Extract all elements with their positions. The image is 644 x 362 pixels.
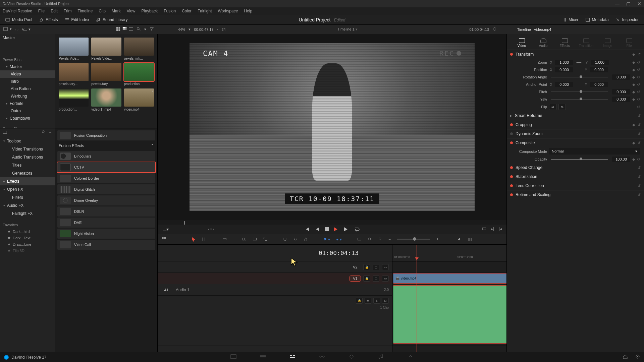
section-smart-reframe[interactable]: ▸Smart Reframe↺ [507,111,644,120]
reset-icon[interactable]: ↺ [637,82,640,87]
section-lens-correction[interactable]: Lens Correction↺ [507,181,644,190]
zoom-in-button[interactable]: + [436,237,439,242]
bin-view-icon[interactable] [3,27,8,32]
enable-dot-icon[interactable] [510,193,513,196]
enable-dot-icon[interactable] [510,175,513,178]
loop-button[interactable] [354,227,360,232]
page-deliver[interactable] [408,354,414,360]
clip-thumb[interactable]: Pexels Vide... [91,38,121,60]
list-view-icon[interactable] [129,27,133,32]
page-edit[interactable] [289,354,296,360]
viewer-mode-dropdown[interactable]: ▾ [162,227,169,232]
custom-zoom[interactable] [378,237,382,241]
effect-dve[interactable]: DVE [57,218,155,228]
section-transform[interactable]: Transform ◆↺ [507,50,644,59]
effects-options-icon[interactable]: ⋯ [49,130,53,135]
mixer-toggle[interactable]: Mixer [560,16,580,23]
maximize-button[interactable]: ▢ [626,1,631,6]
viewer[interactable]: CAM 4 REC TCR 10-09 18:37:11 [158,34,506,220]
zoom-slider[interactable] [397,239,430,240]
favorite-item[interactable]: ★Dark...hird [0,228,55,235]
section-speed-change[interactable]: Speed Change↺ [507,163,644,172]
effect-digital-glitch[interactable]: Digital Glitch [57,184,155,194]
metadata-toggle[interactable]: Metadata [583,16,611,23]
rotation-slider[interactable] [551,77,608,77]
reset-icon[interactable]: ↺ [638,166,641,170]
effects-panel-icon[interactable] [3,130,7,135]
yaw-slider[interactable] [551,99,608,100]
tc-gear-icon[interactable] [492,27,497,32]
go-end-button[interactable] [343,227,349,232]
inspector-toggle[interactable]: Inspector [613,16,641,23]
menu-playback[interactable]: Playback [141,9,158,13]
reset-icon[interactable]: ↺ [637,68,640,72]
menu-fusion[interactable]: Fusion [164,9,176,13]
section-stabilization[interactable]: Stabilization↺ [507,172,644,181]
cat-titles[interactable]: Titles [0,161,55,169]
track-header-v2[interactable]: V2 🔒 ▢ ▭ [158,261,392,273]
favorite-item[interactable]: ★Draw...Line [0,241,55,247]
track-lane-a1[interactable] [392,284,506,346]
auto-select-icon[interactable]: ▢ [373,276,379,282]
keyframe-icon[interactable]: ◆ [632,123,635,127]
chevron-down-icon[interactable]: ▾ [10,27,12,32]
track-header-a1[interactable]: A1 Audio 1 2.0 [158,284,392,296]
effect-fusion-composition[interactable]: Fusion Composition [57,130,155,140]
keyframe-icon[interactable]: ◆ [632,90,635,94]
playhead[interactable] [417,245,417,352]
project-settings-button[interactable] [635,354,640,360]
selection-tool[interactable] [192,237,196,242]
minimize-button[interactable]: — [615,1,620,6]
link-toggle[interactable] [293,237,298,241]
reset-icon[interactable]: ↺ [637,90,640,94]
flip-h-button[interactable]: ⇄ [549,104,556,110]
menu-workspace[interactable]: Workspace [218,9,238,13]
edit-index-toggle[interactable]: Edit Index [63,16,91,23]
bin-path-dropdown[interactable]: V...▾ [22,27,31,32]
page-fairlight[interactable] [378,354,384,360]
viewer-scrub-bar[interactable] [158,220,506,225]
mute-button[interactable]: M [382,298,389,304]
prev-clip-icon[interactable]: |◂ [499,227,502,232]
clip-thumb[interactable]: pexels-tary... [91,63,121,86]
bin-master-root[interactable]: Master [0,34,55,42]
menu-file[interactable]: File [38,9,45,13]
keyframe-icon[interactable]: ◆ [632,157,635,162]
bin-fortnite[interactable]: ▸Fortnite [0,100,55,107]
solo-button[interactable]: S [373,298,380,304]
keyframe-icon[interactable]: ◆ [632,60,635,65]
enable-dot-icon[interactable] [510,123,513,126]
pos-x-field[interactable]: 0.000 [555,67,573,72]
snap-toggle[interactable] [283,237,287,241]
clip-thumb[interactable]: video(1).mp4 [91,88,121,111]
yaw-field[interactable]: 0.000 [612,97,630,102]
src-zoom[interactable]: 44% [178,27,185,32]
composite-mode-select[interactable]: Normal▾ [549,148,640,155]
nav-fwd-icon[interactable]: › [17,27,19,32]
play-button[interactable] [334,227,338,232]
cat-fairlightfx[interactable]: Fairlight FX [0,209,55,218]
clip-thumb[interactable]: ♪video.mp4 [124,88,154,111]
pitch-field[interactable]: 0.000 [612,89,630,95]
inspector-expand-icon[interactable]: ⋯ [637,27,641,32]
clip-video-1[interactable]: 🎬 video.mp4 ✦ [393,274,506,283]
tab-audio[interactable]: Audio [533,37,554,49]
thumbnail-view-icon[interactable] [116,27,120,32]
cat-audiofx[interactable]: ▾Audio FX [0,201,55,209]
enable-dot-icon[interactable] [510,132,513,135]
menu-trim[interactable]: Trim [64,9,72,13]
effect-binoculars[interactable]: Binoculars [57,151,155,161]
detail-zoom[interactable] [368,237,372,241]
clip-thumb[interactable]: pexels-tary... [59,63,89,86]
reset-icon[interactable]: ↺ [638,193,641,197]
clip-thumb[interactable]: production... [59,88,89,111]
blade-tool[interactable] [222,237,227,241]
reset-icon[interactable]: ↺ [638,141,641,145]
tracks-canvas[interactable]: 01:00:00:00 01:00:12:00 01:00:24:00 01:0… [392,245,506,352]
effects-toggle[interactable]: Effects [37,16,60,23]
reset-icon[interactable]: ↺ [638,114,641,118]
keyframe-icon[interactable]: ◆ [632,52,635,57]
bin-intro[interactable]: Intro [0,78,55,85]
track-header-v1[interactable]: V1 🔒 ▢ ▭ [158,273,392,284]
next-edit-icon[interactable]: › [213,227,214,232]
